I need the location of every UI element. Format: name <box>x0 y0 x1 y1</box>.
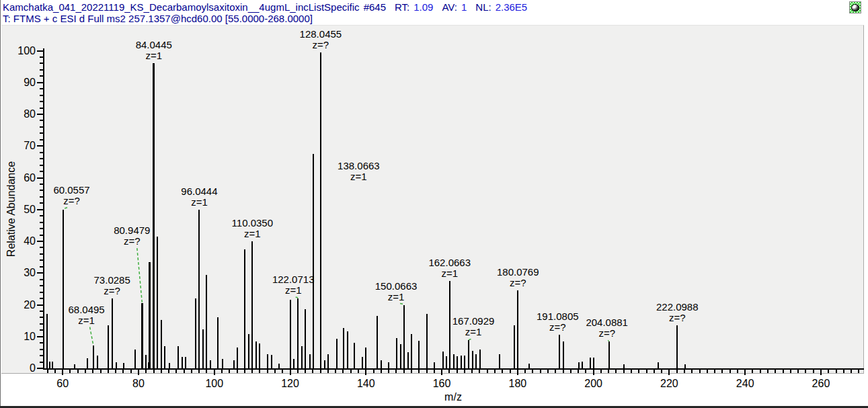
x-minor-tick <box>237 370 238 373</box>
peak-bar <box>185 357 186 368</box>
peak-mass-value: 60.0557 <box>28 185 116 196</box>
x-tick-label: 60 <box>42 378 83 390</box>
x-minor-tick <box>358 370 359 373</box>
x-major-tick <box>593 370 594 375</box>
x-minor-tick <box>198 370 200 373</box>
peak-charge-value: z=1 <box>43 315 130 326</box>
x-minor-tick <box>714 370 715 373</box>
x-axis-title: m/z <box>433 391 473 403</box>
peak-bar <box>309 354 311 368</box>
x-minor-tick <box>532 370 533 373</box>
label-leader-line <box>90 327 93 345</box>
x-minor-tick <box>381 370 382 373</box>
peak-bar <box>49 362 50 368</box>
peak-bar <box>426 314 428 368</box>
y-minor-tick <box>40 152 43 153</box>
peak-mass-value: 68.0495 <box>43 304 130 315</box>
x-minor-tick <box>524 370 526 373</box>
x-minor-tick <box>145 370 147 373</box>
y-minor-tick <box>40 228 43 229</box>
x-minor-tick <box>251 370 253 373</box>
x-minor-tick <box>448 370 450 373</box>
peak-bar <box>388 362 389 368</box>
x-minor-tick <box>783 370 784 373</box>
y-major-tick <box>37 368 43 369</box>
peak-label: 73.0285z=? <box>69 275 156 296</box>
x-minor-tick <box>130 370 132 373</box>
peak-bar <box>222 359 223 368</box>
peak-bar <box>153 63 155 368</box>
x-minor-tick <box>191 370 192 373</box>
x-minor-tick <box>161 370 162 373</box>
peak-bar <box>563 341 564 368</box>
x-major-tick <box>365 370 366 375</box>
x-minor-tick <box>411 370 412 373</box>
y-major-tick <box>37 209 43 210</box>
x-minor-tick <box>487 370 488 373</box>
y-tick-label: 80 <box>7 108 36 120</box>
x-minor-tick <box>373 370 374 373</box>
x-tick-label: 160 <box>422 378 462 390</box>
x-minor-tick <box>555 370 556 373</box>
y-minor-tick <box>40 215 43 216</box>
y-major-tick <box>37 177 43 179</box>
y-minor-tick <box>40 120 43 121</box>
y-minor-tick <box>40 95 43 96</box>
peak-mass-value: 96.0444 <box>155 186 243 197</box>
x-tick-label: 120 <box>270 378 311 390</box>
peak-charge-value: z=1 <box>208 229 296 239</box>
peak-bar <box>271 355 272 368</box>
y-minor-tick <box>40 63 43 64</box>
x-minor-tick <box>47 370 48 373</box>
y-minor-tick <box>40 126 43 128</box>
peak-label: 138.0663z=1 <box>315 161 402 182</box>
peak-bar <box>377 316 378 368</box>
peak-mass-value: 180.0769 <box>474 267 561 278</box>
y-major-tick <box>37 336 43 337</box>
peak-charge-value: z=? <box>563 328 651 339</box>
x-minor-tick <box>426 370 428 373</box>
peak-bar <box>301 346 303 368</box>
y-major-tick <box>37 114 43 115</box>
peak-bar <box>457 356 458 368</box>
x-minor-tick <box>676 370 678 373</box>
spectrum-plot[interactable]: 0102030405060708090100608010012014016018… <box>0 0 868 408</box>
x-tick-label: 80 <box>118 378 159 390</box>
x-minor-tick <box>805 370 806 373</box>
peak-bar <box>87 358 88 368</box>
x-minor-tick <box>464 370 465 373</box>
peak-bar <box>418 341 420 368</box>
x-minor-tick <box>790 370 791 373</box>
peak-bar <box>354 343 355 368</box>
y-minor-tick <box>40 285 43 286</box>
peak-label: 128.0455z=? <box>277 29 364 50</box>
x-tick-label: 240 <box>725 378 765 390</box>
y-major-tick <box>37 145 43 147</box>
peak-mass-value: 84.0445 <box>110 40 198 50</box>
peak-mass-value: 150.0663 <box>352 281 440 292</box>
x-minor-tick <box>851 370 852 373</box>
x-minor-tick <box>691 370 693 373</box>
peak-charge-value: z=? <box>88 236 175 247</box>
x-minor-tick <box>244 370 245 373</box>
x-major-tick <box>441 370 442 375</box>
x-minor-tick <box>836 370 837 373</box>
x-minor-tick <box>813 370 814 373</box>
x-minor-tick <box>547 370 549 373</box>
x-minor-tick <box>221 370 223 373</box>
x-major-tick <box>62 370 63 375</box>
x-minor-tick <box>342 370 344 373</box>
x-minor-tick <box>661 370 662 373</box>
peak-label: 84.0445z=1 <box>110 40 198 61</box>
x-minor-tick <box>775 370 776 373</box>
peak-charge-value: z=1 <box>155 197 243 208</box>
x-minor-tick <box>494 370 496 373</box>
peak-bar <box>278 364 280 368</box>
x-minor-tick <box>457 370 458 373</box>
x-minor-tick <box>737 370 738 373</box>
peak-bar <box>217 317 219 368</box>
x-minor-tick <box>305 370 306 373</box>
x-minor-tick <box>184 370 185 373</box>
y-tick-label: 70 <box>7 140 36 152</box>
peak-bar <box>157 237 158 368</box>
